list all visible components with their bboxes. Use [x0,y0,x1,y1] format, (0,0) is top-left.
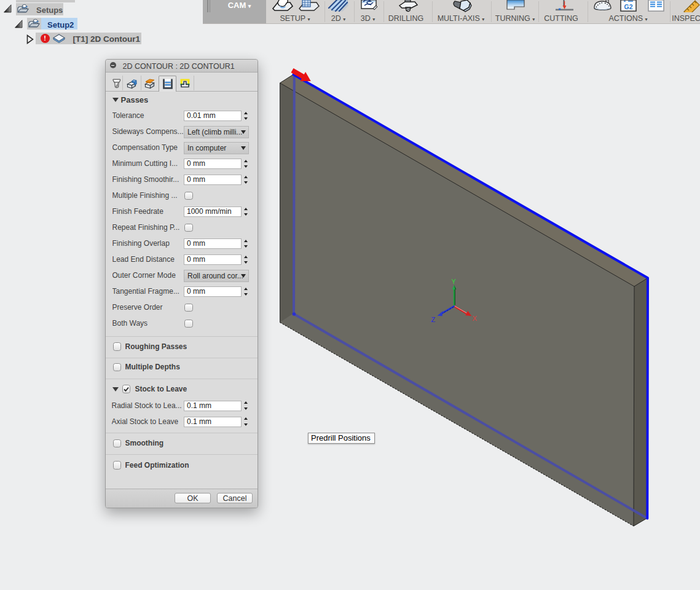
svg-text:X: X [473,315,478,322]
svg-text:Y: Y [452,278,457,285]
svg-text:Z: Z [431,316,436,323]
